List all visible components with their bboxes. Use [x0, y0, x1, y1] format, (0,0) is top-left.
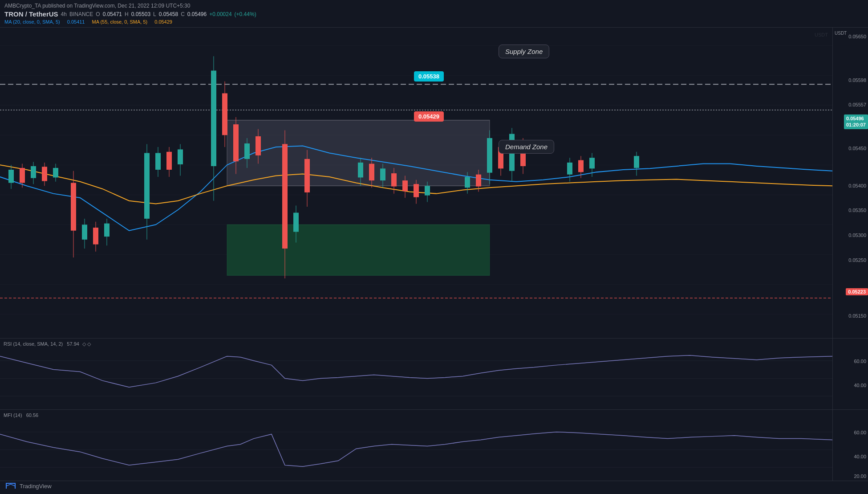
- ma2-label: MA (55, close, 0, SMA, 5): [92, 19, 147, 24]
- svg-rect-61: [369, 164, 374, 181]
- mfi-chart: MFI (14) 60.56: [0, 410, 832, 481]
- svg-rect-87: [578, 160, 584, 172]
- tv-logo-icon: [4, 482, 17, 490]
- mfi-40: 40.00: [854, 454, 866, 459]
- svg-rect-75: [476, 175, 481, 187]
- svg-rect-89: [589, 158, 595, 168]
- tradingview-text: TradingView: [20, 483, 52, 490]
- chart-container: AMBCrypto_TA published on TradingView.co…: [0, 0, 868, 494]
- svg-rect-17: [8, 170, 14, 183]
- o-label: O: [96, 11, 100, 17]
- svg-rect-51: [256, 136, 261, 155]
- rsi-60: 60.00: [854, 359, 866, 364]
- svg-rect-85: [567, 163, 572, 175]
- supply-zone-label: Supply Zone: [505, 48, 543, 55]
- top-bar: AMBCrypto_TA published on TradingView.co…: [0, 0, 868, 28]
- svg-rect-29: [82, 225, 87, 240]
- pair-name: TRON / TetherUS: [4, 10, 58, 18]
- svg-rect-65: [391, 173, 397, 186]
- price-0.05250: 0.05250: [848, 257, 866, 263]
- price-supply-bottom: 0.05450: [848, 146, 866, 151]
- price-demand-bottom: 0.05300: [848, 233, 866, 238]
- c-label: C: [181, 11, 185, 17]
- svg-rect-63: [380, 168, 385, 180]
- supply-zone-callout: Supply Zone: [499, 45, 549, 58]
- price-chart[interactable]: Supply Zone Demand Zone 0.05538 0.05429 …: [0, 28, 832, 338]
- rsi-axis: 60.00 40.00: [832, 339, 868, 409]
- svg-rect-19: [20, 168, 25, 183]
- ma55-price-badge: 0.05429: [414, 111, 444, 122]
- svg-rect-53: [282, 144, 288, 249]
- demand-zone-callout: Demand Zone: [499, 140, 554, 154]
- svg-rect-47: [233, 124, 239, 161]
- demand-zone-label: Demand Zone: [505, 143, 548, 151]
- current-price-value: 0.05496: [846, 115, 866, 122]
- svg-rect-41: [178, 149, 183, 164]
- svg-rect-35: [144, 153, 150, 218]
- rsi-40: 40.00: [854, 383, 866, 388]
- mfi-20: 20.00: [854, 474, 866, 479]
- rsi-chart: RSI (14, close, SMA, 14, 2) 57.94 ◇ ◇: [0, 339, 832, 409]
- mfi-label: MFI (14): [4, 412, 22, 418]
- svg-rect-39: [166, 152, 172, 170]
- publisher-text: AMBCrypto_TA published on TradingView.co…: [4, 3, 190, 9]
- svg-rect-31: [93, 228, 98, 245]
- price-0.05650: 0.05650: [848, 34, 866, 39]
- svg-rect-25: [53, 168, 58, 177]
- svg-rect-43: [211, 71, 216, 166]
- svg-rect-27: [71, 183, 76, 231]
- current-price-badge: 0.05496 01:20:07: [844, 114, 868, 129]
- timeframe: 4h: [61, 11, 67, 17]
- price-dashed: 0.05598: [848, 78, 866, 83]
- mfi-panel: MFI (14) 60.56 60.00 40.00 20.00: [0, 409, 868, 481]
- ma55-price-value: 0.05429: [418, 113, 439, 120]
- svg-rect-71: [425, 186, 430, 195]
- svg-rect-69: [414, 184, 419, 197]
- svg-rect-33: [104, 224, 110, 237]
- c-val: 0.05496: [187, 11, 207, 17]
- support-price-badge: 0.05223: [846, 288, 868, 295]
- l-label: L: [153, 11, 156, 17]
- mfi-value: 60.56: [26, 412, 39, 418]
- svg-rect-77: [487, 138, 492, 173]
- svg-rect-55: [293, 213, 299, 232]
- ma1-value: 0.05411: [67, 19, 85, 24]
- tradingview-logo: TradingView: [4, 482, 52, 490]
- svg-rect-67: [402, 180, 408, 191]
- watermark: USDT: [815, 32, 828, 37]
- svg-rect-15: [227, 225, 490, 275]
- change-val: +0.00024: [209, 11, 231, 17]
- supply-price-badge: 0.05538: [414, 71, 444, 82]
- price-dotted: 0.05557: [848, 102, 866, 107]
- price-0.05400: 0.05400: [848, 183, 866, 188]
- svg-rect-57: [304, 159, 310, 192]
- change-pct: (+0.44%): [235, 11, 256, 17]
- rsi-panel: RSI (14, close, SMA, 14, 2) 57.94 ◇ ◇ 60…: [0, 338, 868, 409]
- svg-rect-49: [244, 143, 250, 159]
- time-axis: TradingView: [0, 481, 868, 494]
- h-label: H: [125, 11, 129, 17]
- o-val: 0.05471: [103, 11, 122, 17]
- svg-rect-21: [31, 166, 36, 178]
- ma2-value: 0.05429: [154, 19, 172, 24]
- svg-rect-23: [42, 167, 47, 181]
- svg-rect-92: [0, 339, 832, 409]
- usdt-label: USDT: [835, 31, 847, 36]
- rsi-label: RSI (14, close, SMA, 14, 2): [4, 341, 63, 347]
- svg-rect-37: [155, 153, 161, 170]
- current-price-time: 01:20:07: [846, 122, 866, 128]
- price-axis: 0.05650 0.05598 0.05557 0.05496 01:20:07…: [832, 28, 868, 338]
- ma1-label: MA (20, close, 0, SMA, 5): [4, 19, 60, 24]
- supply-price-value: 0.05538: [418, 73, 439, 80]
- rsi-value: 57.94: [67, 341, 79, 347]
- svg-rect-45: [222, 93, 227, 135]
- price-demand-top: 0.05350: [848, 208, 866, 213]
- rsi-symbols: ◇ ◇: [82, 341, 91, 347]
- svg-rect-59: [358, 163, 363, 178]
- h-val: 0.05503: [131, 11, 150, 17]
- svg-rect-91: [634, 156, 639, 168]
- exchange: BINANCE: [69, 11, 93, 17]
- svg-rect-73: [465, 177, 470, 188]
- l-val: 0.05458: [159, 11, 178, 17]
- price-bottom: 0.05150: [848, 313, 866, 318]
